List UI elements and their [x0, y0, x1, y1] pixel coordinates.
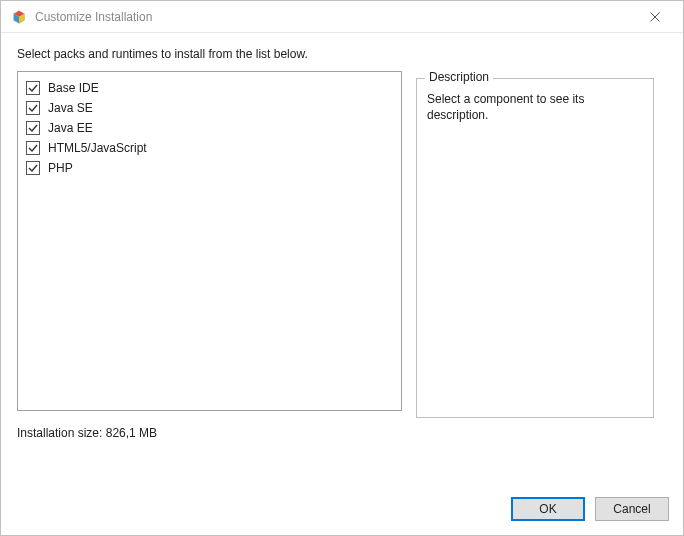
window-title: Customize Installation: [35, 10, 637, 24]
check-icon: [28, 83, 38, 93]
description-text: Select a component to see its descriptio…: [417, 79, 653, 133]
installation-size: Installation size: 826,1 MB: [17, 426, 667, 440]
pack-item-html5-javascript[interactable]: HTML5/JavaScript: [24, 138, 395, 158]
pack-item-base-ide[interactable]: Base IDE: [24, 78, 395, 98]
pack-list[interactable]: Base IDE Java SE Java EE: [17, 71, 402, 411]
app-logo-icon: [11, 9, 27, 25]
ok-button[interactable]: OK: [511, 497, 585, 521]
size-value: 826,1 MB: [106, 426, 157, 440]
main-row: Base IDE Java SE Java EE: [17, 71, 667, 418]
pack-label: PHP: [48, 161, 73, 175]
check-icon: [28, 103, 38, 113]
instruction-text: Select packs and runtimes to install fro…: [17, 47, 667, 61]
check-icon: [28, 163, 38, 173]
pack-label: Java EE: [48, 121, 93, 135]
pack-label: HTML5/JavaScript: [48, 141, 147, 155]
pack-item-php[interactable]: PHP: [24, 158, 395, 178]
checkbox[interactable]: [26, 81, 40, 95]
installer-window: Customize Installation Select packs and …: [0, 0, 684, 536]
size-label: Installation size:: [17, 426, 102, 440]
close-icon: [650, 12, 660, 22]
button-row: OK Cancel: [1, 487, 683, 535]
checkbox[interactable]: [26, 141, 40, 155]
pack-item-java-ee[interactable]: Java EE: [24, 118, 395, 138]
description-legend: Description: [425, 70, 493, 84]
checkbox[interactable]: [26, 161, 40, 175]
check-icon: [28, 143, 38, 153]
checkbox[interactable]: [26, 121, 40, 135]
checkbox[interactable]: [26, 101, 40, 115]
check-icon: [28, 123, 38, 133]
pack-item-java-se[interactable]: Java SE: [24, 98, 395, 118]
pack-label: Java SE: [48, 101, 93, 115]
content-area: Select packs and runtimes to install fro…: [1, 33, 683, 487]
titlebar: Customize Installation: [1, 1, 683, 33]
cancel-button[interactable]: Cancel: [595, 497, 669, 521]
description-group: Description Select a component to see it…: [416, 78, 654, 418]
close-button[interactable]: [637, 3, 673, 31]
pack-label: Base IDE: [48, 81, 99, 95]
